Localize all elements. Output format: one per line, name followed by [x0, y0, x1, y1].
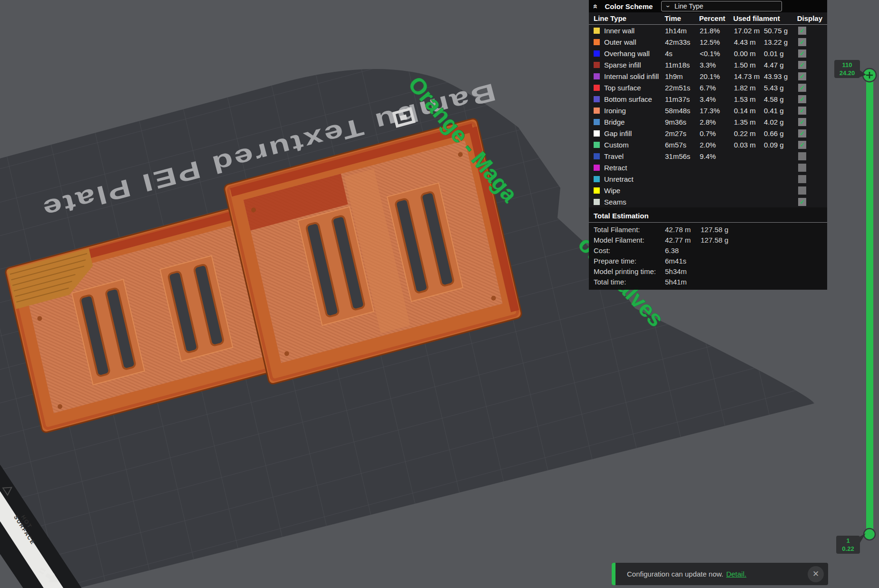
line-type-table: Inner wall 1h14m 21.8% 17.02 m 50.75 g ✓… — [589, 25, 827, 207]
time-value: 9m36s — [665, 118, 700, 126]
table-row: Sparse infill 11m18s 3.3% 1.50 m 4.47 g … — [589, 59, 827, 70]
display-checkbox[interactable]: ✓ — [798, 72, 806, 80]
display-checkbox[interactable]: ✓ — [798, 107, 806, 115]
line-type-label: Wipe — [604, 186, 665, 195]
table-row: Ironing 58m48s 17.3% 0.14 m 0.41 g ✓ — [589, 105, 827, 116]
table-row: Gap infill 2m27s 0.7% 0.22 m 0.66 g ✓ — [589, 127, 827, 139]
table-row: Top surface 22m51s 6.7% 1.82 m 5.43 g ✓ — [589, 82, 827, 93]
total-row: Cost: 6.38 — [589, 245, 827, 255]
display-checkbox[interactable]: ✓ — [798, 61, 806, 69]
table-row: Bottom surface 11m37s 3.4% 1.53 m 4.58 g… — [589, 93, 827, 105]
time-value: 11m37s — [665, 95, 700, 103]
used-weight-value: 13.22 g — [764, 38, 798, 46]
color-scheme-dropdown[interactable]: Line Type — [661, 1, 782, 11]
table-row: Bridge 9m36s 2.8% 1.35 m 4.02 g ✓ — [589, 116, 827, 127]
used-length-value: 14.73 m — [734, 72, 764, 80]
display-checkbox[interactable]: ✓ — [798, 49, 806, 58]
used-length-value: 1.50 m — [734, 61, 764, 69]
collapse-panel-icon[interactable] — [592, 4, 600, 8]
display-checkbox[interactable]: ✓ — [798, 141, 806, 149]
line-color-swatch — [594, 73, 600, 79]
display-checkbox[interactable] — [798, 164, 806, 172]
display-checkbox[interactable]: ✓ — [798, 198, 806, 206]
display-checkbox[interactable]: ✓ — [798, 118, 806, 126]
line-type-label: Ironing — [604, 107, 665, 115]
time-value: 58m48s — [665, 107, 700, 115]
table-row: Custom 6m57s 2.0% 0.03 m 0.09 g ✓ — [589, 139, 827, 150]
percent-value: 6.7% — [700, 84, 734, 92]
line-color-swatch — [594, 108, 600, 114]
display-checkbox[interactable] — [798, 175, 806, 183]
line-color-swatch — [594, 176, 600, 182]
display-checkbox[interactable] — [798, 152, 806, 160]
line-type-label: Bridge — [604, 118, 665, 126]
table-header-row: Line Type Time Percent Used filament Dis… — [589, 12, 827, 25]
display-checkbox[interactable] — [798, 186, 806, 195]
display-checkbox[interactable]: ✓ — [798, 129, 806, 137]
line-color-swatch — [594, 50, 600, 57]
percent-value: 21.8% — [700, 27, 734, 35]
line-type-label: Outer wall — [604, 38, 665, 46]
line-type-label: Inner wall — [604, 27, 665, 35]
total-row: Model Filament: 42.77 m 127.58 g — [589, 235, 827, 245]
color-scheme-dropdown-value: Line Type — [674, 2, 703, 10]
used-weight-value: 43.93 g — [764, 72, 798, 80]
used-length-value: 0.22 m — [734, 129, 764, 137]
col-header-display: Display — [797, 14, 822, 22]
time-value: 11m18s — [665, 61, 700, 69]
used-length-value: 17.02 m — [734, 27, 764, 35]
line-type-label: Gap infill — [604, 129, 665, 137]
layer-slider-track[interactable] — [866, 71, 873, 538]
display-checkbox[interactable]: ✓ — [798, 84, 806, 92]
line-color-swatch — [594, 85, 600, 91]
percent-value: 9.4% — [700, 152, 734, 160]
used-length-value: 1.53 m — [734, 95, 764, 103]
line-color-swatch — [594, 142, 600, 148]
display-checkbox[interactable]: ✓ — [798, 38, 806, 46]
total-label: Model printing time: — [594, 267, 665, 275]
line-type-label: Top surface — [604, 84, 665, 92]
toast-detail-link[interactable]: Detail. — [726, 570, 747, 578]
used-length-value: 0.14 m — [734, 107, 764, 115]
total-label: Prepare time: — [594, 257, 665, 265]
percent-value: 12.5% — [700, 38, 734, 46]
col-header-percent: Percent — [699, 14, 733, 22]
time-value: 4s — [665, 49, 700, 58]
total-value: 5h41m — [665, 278, 701, 286]
used-weight-value: 4.02 g — [764, 118, 798, 126]
display-checkbox[interactable]: ✓ — [798, 27, 806, 35]
display-checkbox[interactable]: ✓ — [798, 95, 806, 103]
used-weight-value: 0.66 g — [764, 129, 798, 137]
used-weight-value: 5.43 g — [764, 84, 798, 92]
total-row: Total time: 5h41m — [589, 276, 827, 287]
percent-value: 2.8% — [700, 118, 734, 126]
percent-value: 3.3% — [700, 61, 734, 69]
percent-value: 0.7% — [700, 129, 734, 137]
color-scheme-panel: Color Scheme Line Type Line Type Time Pe… — [589, 0, 827, 290]
slicer-preview-window: Bambu Textured PEI Plate HOTSURFACE — [0, 0, 879, 588]
table-row: Travel 31m56s 9.4% — [589, 150, 827, 162]
time-value: 1h14m — [665, 27, 700, 35]
line-type-label: Custom — [604, 141, 665, 149]
layer-slider-bottom-handle[interactable] — [864, 529, 875, 540]
svg-text:1: 1 — [846, 537, 850, 544]
line-type-label: Seams — [604, 198, 665, 206]
time-value: 42m33s — [665, 38, 700, 46]
line-color-swatch — [594, 153, 600, 159]
line-color-swatch — [594, 119, 600, 125]
table-row: Outer wall 42m33s 12.5% 4.43 m 13.22 g ✓ — [589, 36, 827, 48]
used-weight-value: 0.09 g — [764, 141, 798, 149]
percent-value: <0.1% — [700, 49, 734, 58]
col-header-line-type: Line Type — [594, 14, 664, 22]
table-row: Inner wall 1h14m 21.8% 17.02 m 50.75 g ✓ — [589, 25, 827, 36]
panel-header: Color Scheme Line Type — [589, 0, 827, 12]
used-weight-value: 4.58 g — [764, 95, 798, 103]
used-length-value: 1.35 m — [734, 118, 764, 126]
toast-accent-bar — [612, 563, 615, 585]
close-icon[interactable] — [808, 566, 824, 582]
time-value: 6m57s — [665, 141, 700, 149]
line-color-swatch — [594, 28, 600, 34]
total-row: Model printing time: 5h34m — [589, 266, 827, 276]
time-value: 31m56s — [665, 152, 700, 160]
used-weight-value: 0.41 g — [764, 107, 798, 115]
